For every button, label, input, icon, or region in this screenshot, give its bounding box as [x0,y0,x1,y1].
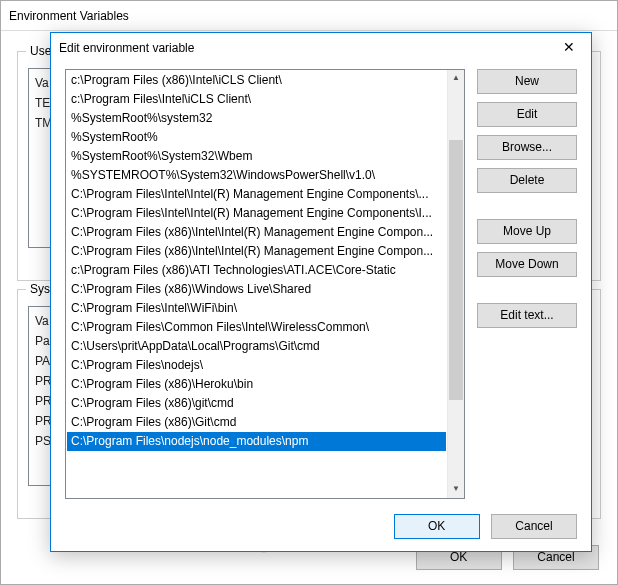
new-button[interactable]: New [477,69,577,94]
path-item[interactable]: C:\Program Files (x86)\git\cmd [67,394,446,413]
scroll-up-icon[interactable]: ▲ [448,70,464,87]
scrollbar[interactable]: ▲ ▼ [447,70,464,498]
move-down-button[interactable]: Move Down [477,252,577,277]
path-item[interactable]: C:\Program Files (x86)\Windows Live\Shar… [67,280,446,299]
path-item[interactable]: c:\Program Files (x86)\ATI Technologies\… [67,261,446,280]
scroll-thumb[interactable] [449,140,463,400]
path-item[interactable]: C:\Program Files\nodejs\ [67,356,446,375]
delete-button[interactable]: Delete [477,168,577,193]
modal-titlebar: Edit environment variable ✕ [51,33,591,63]
path-item[interactable]: %SystemRoot%\system32 [67,109,446,128]
modal-title: Edit environment variable [59,41,194,55]
path-item[interactable]: C:\Program Files\Intel\Intel(R) Manageme… [67,185,446,204]
modal-button-row: OK Cancel [386,514,577,539]
path-item[interactable]: C:\Program Files (x86)\Git\cmd [67,413,446,432]
path-item[interactable]: %SystemRoot%\System32\Wbem [67,147,446,166]
modal-body: Wikitechy c:\Program Files (x86)\Intel\i… [51,63,591,551]
path-item[interactable]: C:\Users\prit\AppData\Local\Programs\Git… [67,337,446,356]
parent-dialog-title: Environment Variables [1,1,617,31]
edit-button[interactable]: Edit [477,102,577,127]
close-icon[interactable]: ✕ [547,33,591,63]
path-item[interactable]: c:\Program Files (x86)\Intel\iCLS Client… [67,71,446,90]
path-item[interactable]: C:\Program Files (x86)\Intel\Intel(R) Ma… [67,242,446,261]
path-item[interactable]: %SystemRoot% [67,128,446,147]
path-item[interactable]: c:\Program Files\Intel\iCLS Client\ [67,90,446,109]
edit-env-var-dialog: Edit environment variable ✕ Wikitechy c:… [50,32,592,552]
cancel-button[interactable]: Cancel [491,514,577,539]
scroll-down-icon[interactable]: ▼ [448,481,464,498]
edit-text-button[interactable]: Edit text... [477,303,577,328]
path-item[interactable]: C:\Program Files\nodejs\node_modules\npm [67,432,446,451]
path-item[interactable]: C:\Program Files\Intel\Intel(R) Manageme… [67,204,446,223]
browse-button[interactable]: Browse... [477,135,577,160]
path-item[interactable]: C:\Program Files (x86)\Heroku\bin [67,375,446,394]
path-list[interactable]: c:\Program Files (x86)\Intel\iCLS Client… [65,69,465,499]
path-item[interactable]: C:\Program Files\Intel\WiFi\bin\ [67,299,446,318]
path-item[interactable]: C:\Program Files\Common Files\Intel\Wire… [67,318,446,337]
ok-button[interactable]: OK [394,514,480,539]
path-item[interactable]: C:\Program Files (x86)\Intel\Intel(R) Ma… [67,223,446,242]
side-buttons: New Edit Browse... Delete Move Up Move D… [477,69,577,336]
move-up-button[interactable]: Move Up [477,219,577,244]
path-item[interactable]: %SYSTEMROOT%\System32\WindowsPowerShell\… [67,166,446,185]
